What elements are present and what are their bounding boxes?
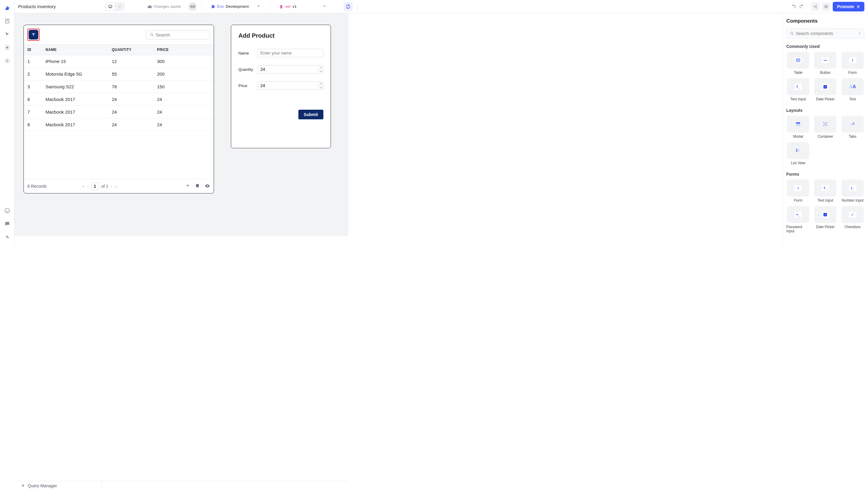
canvas[interactable]: ID NAME QUANTITY PRICE 1 iPhone 15 12 30… xyxy=(14,13,348,236)
column-header-id[interactable]: ID xyxy=(27,48,45,52)
refresh-button[interactable] xyxy=(344,2,352,11)
submit-button[interactable]: Submit xyxy=(299,110,323,119)
step-up-button[interactable]: ▲ xyxy=(319,81,323,86)
columns-button[interactable] xyxy=(205,183,210,189)
last-page-button[interactable]: » xyxy=(115,184,117,189)
divider xyxy=(358,3,358,10)
left-rail xyxy=(0,0,14,245)
dark-mode-icon[interactable] xyxy=(2,232,13,243)
quantity-stepper: ▲ ▼ xyxy=(318,65,323,73)
ver-value: v1 xyxy=(292,4,297,9)
records-count: 6 Records xyxy=(27,184,47,189)
download-button[interactable] xyxy=(195,183,200,189)
chevron-down-icon xyxy=(256,4,261,9)
step-down-button[interactable]: ▼ xyxy=(319,70,323,74)
name-label: Name xyxy=(239,51,255,56)
table-search-field[interactable] xyxy=(156,32,207,37)
svg-point-13 xyxy=(207,185,208,187)
save-status: Changes saved xyxy=(147,4,181,9)
svg-point-2 xyxy=(6,60,8,62)
save-status-text: Changes saved xyxy=(153,4,181,9)
name-input[interactable] xyxy=(258,49,323,57)
env-value: Development xyxy=(226,4,249,9)
user-avatar[interactable]: KR xyxy=(188,2,197,11)
svg-point-11 xyxy=(150,33,153,36)
svg-rect-4 xyxy=(109,5,112,7)
filter-highlight xyxy=(27,29,39,41)
table-search-input[interactable] xyxy=(146,30,210,39)
desktop-view-button[interactable] xyxy=(106,3,115,10)
column-header-price[interactable]: PRICE xyxy=(157,48,210,52)
table-row[interactable]: 2 Motorola Edge 5G 55 200 xyxy=(24,68,214,81)
column-header-qty[interactable]: QUANTITY xyxy=(112,48,157,52)
env-prefix: Env xyxy=(217,4,224,9)
pages-icon[interactable] xyxy=(2,16,13,27)
form-title: Add Product xyxy=(239,32,323,39)
app-title: Products Inventory xyxy=(18,4,56,9)
debug-icon[interactable] xyxy=(2,42,13,53)
divider xyxy=(202,3,202,10)
prev-page-button[interactable]: ‹ xyxy=(87,184,89,189)
table-row[interactable]: 8 Macbook 2017 24 24 xyxy=(24,118,214,131)
version-selector[interactable]: ver v1 xyxy=(279,4,327,9)
table-row[interactable]: 7 Macbook 2017 24 24 xyxy=(24,106,214,118)
step-down-button[interactable]: ▼ xyxy=(319,86,323,90)
first-page-button[interactable]: « xyxy=(82,184,85,189)
table-row[interactable]: 1 iPhone 15 12 300 xyxy=(24,55,214,68)
settings-icon[interactable] xyxy=(2,56,13,66)
svg-rect-6 xyxy=(212,5,215,8)
svg-rect-12 xyxy=(196,184,198,187)
topbar: Products Inventory Changes saved KR Env … xyxy=(14,0,434,13)
search-icon xyxy=(150,32,154,37)
price-label: Price xyxy=(239,84,255,88)
page-total: of 1 xyxy=(101,184,108,189)
pager: « ‹ 1 of 1 › » xyxy=(82,182,117,190)
svg-point-3 xyxy=(5,209,9,213)
step-up-button[interactable]: ▲ xyxy=(319,65,323,70)
cursor-icon[interactable] xyxy=(2,29,13,40)
mobile-view-button[interactable] xyxy=(115,3,124,10)
page-current[interactable]: 1 xyxy=(91,182,99,190)
quantity-input[interactable] xyxy=(258,65,323,73)
table-footer: 6 Records « ‹ 1 of 1 › » xyxy=(24,179,214,193)
next-page-button[interactable]: › xyxy=(111,184,112,189)
table-header-row: ID NAME QUANTITY PRICE xyxy=(24,44,214,55)
env-selector[interactable]: Env Development xyxy=(211,4,261,9)
price-input[interactable] xyxy=(258,81,323,90)
chat-icon[interactable] xyxy=(2,218,13,229)
quantity-label: Quantity xyxy=(239,67,255,72)
table-row[interactable]: 6 Macbook 2017 24 24 xyxy=(24,93,214,106)
column-header-name[interactable]: NAME xyxy=(45,48,112,52)
chevron-down-icon xyxy=(322,4,327,9)
table-body: 1 iPhone 15 12 300 2 Motorola Edge 5G 55… xyxy=(24,55,214,179)
table-widget[interactable]: ID NAME QUANTITY PRICE 1 iPhone 15 12 30… xyxy=(24,25,214,193)
device-toggle xyxy=(105,2,124,11)
add-row-button[interactable] xyxy=(185,183,190,189)
logo-icon[interactable] xyxy=(2,2,13,13)
price-stepper: ▲ ▼ xyxy=(318,81,323,90)
support-icon[interactable] xyxy=(2,205,13,216)
form-widget[interactable]: Add Product Name Quantity ▲ ▼ Price ▲ ▼ xyxy=(231,25,331,148)
svg-rect-5 xyxy=(119,5,120,8)
svg-point-1 xyxy=(6,47,8,49)
ver-prefix: ver xyxy=(285,4,290,9)
table-row[interactable]: 3 Samsung S22 78 150 xyxy=(24,81,214,93)
filter-button[interactable] xyxy=(29,30,38,39)
